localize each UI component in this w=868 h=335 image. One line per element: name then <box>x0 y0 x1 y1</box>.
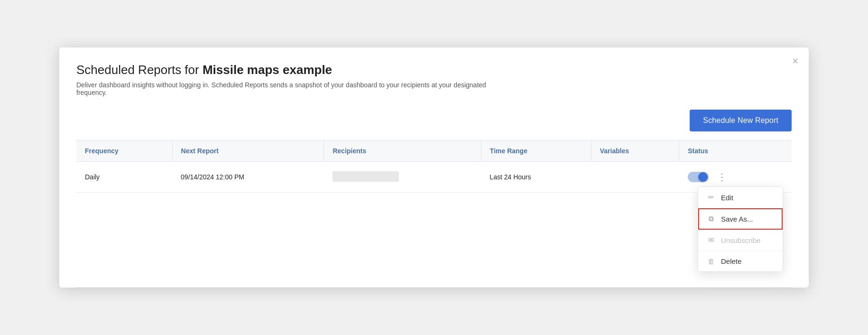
col-header-frequency: Frequency <box>76 140 172 162</box>
table-header: Frequency Next Report Recipients Time Ra… <box>76 140 792 162</box>
cell-status: ⋮ ✏ Edit ⧉ Save As... <box>679 162 792 193</box>
modal-subtitle: Deliver dashboard insights without loggi… <box>76 81 503 96</box>
col-header-time-range: Time Range <box>481 140 591 162</box>
reports-table: Frequency Next Report Recipients Time Ra… <box>76 140 792 288</box>
cell-time-range: Last 24 Hours <box>481 162 591 193</box>
col-header-next-report: Next Report <box>172 140 324 162</box>
scheduled-reports-modal: × Scheduled Reports for Missile maps exa… <box>59 47 809 288</box>
status-cell: ⋮ ✏ Edit ⧉ Save As... <box>688 169 783 185</box>
unsubscribe-label: Unsubscribe <box>721 236 760 244</box>
close-button[interactable]: × <box>792 56 798 66</box>
modal-toolbar: Schedule New Report <box>76 110 792 131</box>
toggle-thumb <box>698 172 708 182</box>
cell-recipients <box>324 162 481 193</box>
dropdown-menu: ✏ Edit ⧉ Save As... ✉ Unsubscribe <box>698 186 783 272</box>
edit-label: Edit <box>721 194 733 202</box>
recipient-placeholder <box>332 171 399 182</box>
cell-next-report: 09/14/2024 12:00 PM <box>172 162 324 193</box>
title-prefix: Scheduled Reports for <box>76 63 203 77</box>
col-header-variables: Variables <box>591 140 679 162</box>
menu-item-delete[interactable]: 🗑 Delete <box>698 251 783 271</box>
delete-icon: 🗑 <box>707 257 715 265</box>
table-row: Daily 09/14/2024 12:00 PM Last 24 Hours <box>76 162 792 193</box>
col-header-recipients: Recipients <box>324 140 481 162</box>
unsubscribe-icon: ✉ <box>707 236 715 244</box>
menu-item-edit[interactable]: ✏ Edit <box>698 187 783 208</box>
save-as-icon: ⧉ <box>707 214 715 223</box>
empty-row <box>76 193 792 288</box>
menu-item-unsubscribe: ✉ Unsubscribe <box>698 230 783 251</box>
col-header-status: Status <box>679 140 792 162</box>
empty-area <box>76 193 792 288</box>
cell-variables <box>591 162 679 193</box>
modal-title: Scheduled Reports for Missile maps examp… <box>76 63 792 77</box>
cell-frequency: Daily <box>76 162 172 193</box>
more-options-button[interactable]: ⋮ <box>713 169 730 185</box>
schedule-new-report-button[interactable]: Schedule New Report <box>690 110 792 131</box>
menu-item-save-as[interactable]: ⧉ Save As... <box>698 208 783 230</box>
delete-label: Delete <box>721 257 741 265</box>
status-toggle[interactable] <box>688 172 709 182</box>
title-bold: Missile maps example <box>203 63 332 77</box>
edit-icon: ✏ <box>707 193 715 202</box>
save-as-label: Save As... <box>721 215 753 223</box>
